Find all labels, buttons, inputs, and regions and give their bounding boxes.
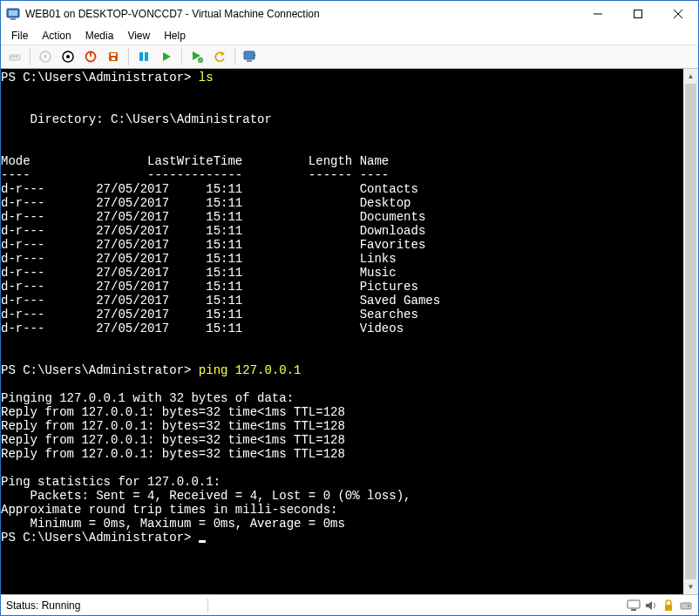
enhanced-session-button[interactable] [240,46,261,67]
menu-media[interactable]: Media [78,28,121,44]
display-icon [627,599,641,613]
window-controls [578,1,698,27]
drive-icon [679,599,693,613]
vertical-scrollbar[interactable]: ▲ ▼ [683,69,698,594]
close-button[interactable] [658,1,698,27]
console-area: PS C:\Users\Administrator> ls Directory:… [1,69,698,594]
ctrl-alt-del-button[interactable] [4,46,25,67]
status-separator [207,599,208,613]
svg-rect-31 [665,605,672,611]
menu-action[interactable]: Action [35,28,78,44]
svg-rect-1 [9,10,17,16]
svg-marker-30 [646,601,652,610]
status-label: Status: Running [6,599,80,612]
app-icon [6,7,20,21]
statusbar: Status: Running [1,594,698,615]
revert-button[interactable] [209,46,230,67]
svg-rect-12 [44,55,46,58]
checkpoint-button[interactable] [187,46,207,67]
maximize-button[interactable] [618,1,658,27]
svg-rect-32 [681,603,691,609]
window-title: WEB01 on DESKTOP-VONCCD7 - Virtual Machi… [25,8,320,20]
minimize-button[interactable] [578,1,618,27]
menubar: File Action Media View Help [1,27,698,44]
menu-file[interactable]: File [4,28,35,44]
svg-rect-10 [16,56,17,58]
svg-rect-8 [10,56,12,58]
svg-rect-27 [247,60,252,62]
toolbar [1,44,698,69]
titlebar: WEB01 on DESKTOP-VONCCD7 - Virtual Machi… [1,1,698,27]
status-icons [627,599,693,613]
svg-rect-29 [631,609,636,611]
menu-view[interactable]: View [120,28,157,44]
svg-point-14 [66,55,70,58]
shutdown-button[interactable] [80,46,101,67]
scroll-track[interactable] [683,84,698,579]
resume-button[interactable] [156,46,177,67]
turn-off-button[interactable] [58,46,78,67]
svg-point-33 [688,605,689,606]
lock-icon [662,599,675,613]
menu-help[interactable]: Help [157,28,193,44]
scroll-down-button[interactable]: ▼ [683,579,698,594]
svg-rect-9 [13,56,15,58]
scroll-thumb[interactable] [685,84,696,579]
svg-marker-22 [163,52,171,61]
speaker-icon [644,599,658,613]
svg-rect-19 [112,58,115,60]
svg-marker-25 [221,51,225,56]
powershell-console[interactable]: PS C:\Users\Administrator> ls Directory:… [1,69,698,594]
svg-rect-4 [635,10,642,18]
save-button[interactable] [103,46,124,67]
svg-rect-2 [10,18,16,20]
svg-rect-20 [139,52,143,61]
svg-rect-21 [145,52,148,61]
svg-rect-18 [111,53,116,56]
pause-button[interactable] [133,46,154,67]
svg-rect-26 [244,51,254,59]
scroll-up-button[interactable]: ▲ [683,69,698,84]
start-button-grey[interactable] [35,46,56,67]
svg-rect-28 [628,600,640,608]
